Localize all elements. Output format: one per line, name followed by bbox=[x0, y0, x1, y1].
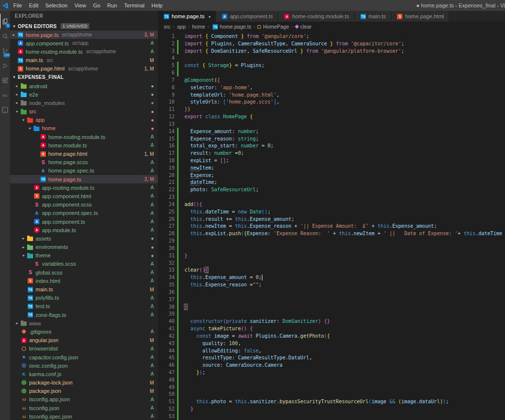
tree-item-home-routing.module.ts[interactable]: Ahome-routing.module.tsA bbox=[10, 133, 158, 141]
terminal-extension-icon: 〉_ bbox=[2, 107, 7, 113]
line-number: 2 bbox=[158, 41, 175, 46]
tree-item-home[interactable]: ▾home● bbox=[10, 124, 158, 133]
tree-item-assets[interactable]: ▸assets● bbox=[10, 234, 158, 243]
tab-home.page.ts[interactable]: TShome.page.ts● bbox=[158, 11, 216, 22]
menu-run[interactable]: Run bbox=[104, 2, 120, 8]
tree-item-global.scss[interactable]: Sglobal.scssA bbox=[10, 268, 158, 277]
line-number: 45 bbox=[158, 355, 175, 360]
code-text: Expense_reason: string; bbox=[184, 136, 259, 141]
tree-item-environments[interactable]: ▸environments● bbox=[10, 243, 158, 251]
tree-item-android[interactable]: ▸android● bbox=[10, 82, 158, 90]
tree-item-app.component.spec.ts[interactable]: Δapp.component.spec.tsA bbox=[10, 209, 158, 217]
code-line: 3import { DomSanitizer, SafeResourceUrl … bbox=[158, 47, 505, 55]
tree-item-theme[interactable]: ▾theme● bbox=[10, 251, 158, 260]
tree-item-home.page.scss[interactable]: Shome.page.scssA bbox=[10, 158, 158, 167]
git-status-badge: A bbox=[150, 363, 154, 368]
breadcrumb[interactable]: src›app›home›TShome.page.ts›HomePage›cle… bbox=[158, 22, 505, 32]
file-name: package.json bbox=[29, 388, 61, 394]
tree-item-node_modules[interactable]: ▸node_modules● bbox=[10, 99, 158, 107]
tree-item-variables.scss[interactable]: Svariables.scssA bbox=[10, 260, 158, 268]
menu-view[interactable]: View bbox=[71, 2, 90, 8]
tab-app.component.ts[interactable]: Aapp.component.ts bbox=[216, 11, 278, 22]
tree-item-zone-flags.ts[interactable]: TSzone-flags.tsA bbox=[10, 311, 158, 319]
code-line: 27 this.newItem = this.Expense_reason + … bbox=[158, 223, 505, 230]
tree-item-www[interactable]: ▸www bbox=[10, 319, 158, 327]
menu-file[interactable]: File bbox=[10, 2, 26, 8]
tree-item-karma.conf.js[interactable]: Kkarma.conf.jsA bbox=[10, 370, 158, 378]
activity-extensions-icon[interactable] bbox=[0, 73, 10, 88]
activity-source-control-icon[interactable]: 100 bbox=[0, 43, 10, 58]
tree-item-app.component.html[interactable]: 5app.component.htmlA bbox=[10, 192, 158, 200]
activity-n-extension-icon[interactable]: N≥ bbox=[0, 88, 10, 103]
gutter-change-bar bbox=[177, 135, 179, 142]
code-editor[interactable]: 1import { Component } from '@angular/cor… bbox=[158, 32, 505, 420]
tree-item-package-lock.json[interactable]: package-lock.jsonM bbox=[10, 379, 158, 387]
menu-selection[interactable]: Selection bbox=[42, 2, 71, 8]
tab-home-routing.module.ts[interactable]: Ahome-routing.module.ts bbox=[278, 11, 355, 22]
tree-item-tsconfig.json[interactable]: {..}tsconfig.jsonA bbox=[10, 404, 158, 412]
menu-terminal[interactable]: Terminal bbox=[121, 2, 148, 8]
activity-run-debug-icon[interactable] bbox=[0, 58, 10, 73]
breadcrumb-item-home[interactable]: home bbox=[192, 24, 205, 30]
tree-item-app-routing.module.ts[interactable]: Aapp-routing.module.tsA bbox=[10, 183, 158, 192]
git-status-dot: ● bbox=[151, 253, 154, 258]
activity-search-icon[interactable] bbox=[0, 29, 10, 43]
project-section-header[interactable]: ▾ EXPENSES_FINAL bbox=[10, 73, 158, 82]
menu-edit[interactable]: Edit bbox=[26, 2, 42, 8]
line-number: 36 bbox=[158, 289, 175, 295]
tree-item-main.ts[interactable]: TSmain.tsM bbox=[10, 285, 158, 293]
tree-item-app.module.ts[interactable]: Aapp.module.tsA bbox=[10, 226, 158, 234]
breadcrumb-item-HomePage[interactable]: HomePage bbox=[257, 24, 289, 30]
breadcrumb-item-src[interactable]: src bbox=[164, 24, 171, 30]
tree-item-polyfills.ts[interactable]: TSpolyfills.tsA bbox=[10, 294, 158, 302]
tree-item-home.module.ts[interactable]: Ahome.module.tsA bbox=[10, 141, 158, 149]
tree-item-home.page.spec.ts[interactable]: Δhome.page.spec.tsA bbox=[10, 167, 158, 175]
breadcrumb-separator-icon: › bbox=[187, 24, 191, 29]
open-editor-item[interactable]: Aapp.component.tssrc\appA bbox=[10, 39, 158, 47]
breadcrumb-separator-icon: › bbox=[252, 24, 256, 29]
open-editors-header[interactable]: ▾ OPEN EDITORS 1 UNSAVED bbox=[10, 22, 158, 31]
line-number: 53 bbox=[158, 414, 175, 419]
tree-item-.gitignore[interactable]: .gitignoreA bbox=[10, 327, 158, 336]
open-editor-item[interactable]: ●TShome.page.tssrc\app\home3, M bbox=[10, 31, 158, 39]
tree-item-app[interactable]: ▾app● bbox=[10, 116, 158, 124]
code-line: 29 bbox=[158, 237, 505, 245]
ngb-file-icon: A bbox=[34, 219, 39, 224]
breadcrumb-item-clear[interactable]: clear bbox=[295, 24, 312, 30]
activity-files-icon[interactable]: 1 bbox=[0, 14, 10, 29]
npm-file-icon bbox=[21, 380, 27, 385]
tree-item-e2e[interactable]: ▸e2e● bbox=[10, 90, 158, 99]
open-editor-item[interactable]: Ahome-routing.module.tssrc\app\homeA bbox=[10, 47, 158, 56]
code-line: 19 newItem; bbox=[158, 164, 505, 172]
code-line: 24add(){ bbox=[158, 201, 505, 208]
breadcrumb-item-app[interactable]: app bbox=[177, 24, 186, 30]
tree-item-home.page.ts[interactable]: TShome.page.ts3, M bbox=[10, 175, 158, 183]
tab-home.page.html[interactable]: 5home.page.html bbox=[391, 11, 449, 22]
tree-item-tsconfig.app.json[interactable]: {..}tsconfig.app.jsonA bbox=[10, 395, 158, 404]
tree-item-angular.json[interactable]: Aangular.jsonM bbox=[10, 336, 158, 345]
open-editor-item[interactable]: TSmain.tssrcM bbox=[10, 56, 158, 65]
tree-item-ionic.config.json[interactable]: ionic.config.jsonA bbox=[10, 361, 158, 370]
tree-item-index.html[interactable]: 5index.htmlA bbox=[10, 277, 158, 285]
code-line: 48 bbox=[158, 376, 505, 384]
tree-item-app.component.scss[interactable]: Sapp.component.scssA bbox=[10, 201, 158, 209]
open-editor-item[interactable]: 5home.page.htmlsrc\app\home1, M bbox=[10, 65, 158, 73]
code-text: source: CameraSource.Camera bbox=[184, 362, 283, 368]
tree-item-tsconfig.spec.json[interactable]: {..}tsconfig.spec.jsonA bbox=[10, 412, 158, 420]
tree-item-browserslist[interactable]: browserslistA bbox=[10, 345, 158, 353]
code-line: 9 templateUrl: 'home.page.html', bbox=[158, 91, 505, 99]
tree-item-home.page.html[interactable]: 5home.page.html1, M bbox=[10, 149, 158, 158]
tree-item-src[interactable]: ▾src● bbox=[10, 107, 158, 116]
tree-item-test.ts[interactable]: TStest.tsA bbox=[10, 302, 158, 311]
file-name: polyfills.ts bbox=[36, 295, 59, 301]
breadcrumb-item-home.page.ts[interactable]: TShome.page.ts bbox=[212, 24, 252, 30]
tab-main.ts[interactable]: TSmain.ts bbox=[355, 11, 391, 22]
tree-item-capacitor.config.json[interactable]: Xcapacitor.config.jsonA bbox=[10, 353, 158, 361]
file-name: home.page.html bbox=[48, 151, 87, 157]
activity-terminal-extension-icon[interactable]: 〉_ bbox=[0, 103, 10, 117]
menu-go[interactable]: Go bbox=[90, 2, 104, 8]
tree-item-package.json[interactable]: package.jsonM bbox=[10, 387, 158, 395]
menu-help[interactable]: Help bbox=[148, 2, 166, 8]
tree-item-app.component.ts[interactable]: Aapp.component.tsA bbox=[10, 217, 158, 226]
file-name: angular.json bbox=[29, 337, 58, 343]
